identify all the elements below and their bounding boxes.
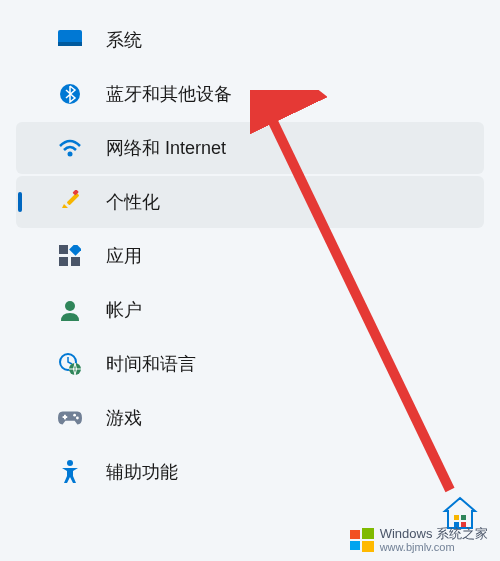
watermark: Windows 系统之家 www.bjmlv.com xyxy=(350,527,488,553)
svg-rect-25 xyxy=(362,528,374,539)
wifi-icon xyxy=(58,136,82,160)
sidebar-item-label: 游戏 xyxy=(106,406,142,430)
svg-rect-26 xyxy=(350,541,360,550)
sidebar-item-label: 个性化 xyxy=(106,190,160,214)
svg-point-3 xyxy=(68,152,73,157)
svg-rect-27 xyxy=(362,541,374,552)
accessibility-icon xyxy=(58,460,82,484)
svg-rect-1 xyxy=(58,42,82,46)
sidebar-item-label: 辅助功能 xyxy=(106,460,178,484)
settings-sidebar: 系统 蓝牙和其他设备 网络和 Internet xyxy=(0,0,500,512)
sidebar-item-personalization[interactable]: 个性化 xyxy=(16,176,484,228)
windows-logo-icon xyxy=(350,528,374,552)
svg-rect-16 xyxy=(64,415,66,420)
svg-rect-20 xyxy=(454,515,459,520)
svg-point-14 xyxy=(76,417,79,420)
sidebar-item-apps[interactable]: 应用 xyxy=(16,230,484,282)
svg-point-17 xyxy=(67,460,73,466)
svg-rect-24 xyxy=(350,530,360,539)
sidebar-item-label: 应用 xyxy=(106,244,142,268)
sidebar-item-account[interactable]: 帐户 xyxy=(16,284,484,336)
svg-rect-6 xyxy=(59,245,68,254)
sidebar-item-label: 帐户 xyxy=(106,298,142,322)
sidebar-item-bluetooth[interactable]: 蓝牙和其他设备 xyxy=(16,68,484,120)
bluetooth-icon xyxy=(58,82,82,106)
svg-rect-4 xyxy=(67,193,80,206)
sidebar-item-system[interactable]: 系统 xyxy=(16,14,484,66)
account-icon xyxy=(58,298,82,322)
sidebar-item-accessibility[interactable]: 辅助功能 xyxy=(16,446,484,498)
svg-rect-9 xyxy=(71,257,80,266)
svg-point-13 xyxy=(73,414,76,417)
sidebar-item-time[interactable]: 时间和语言 xyxy=(16,338,484,390)
svg-rect-7 xyxy=(69,245,81,256)
sidebar-item-label: 网络和 Internet xyxy=(106,136,226,160)
svg-point-10 xyxy=(65,301,75,311)
watermark-brand: Windows 系统之家 xyxy=(380,527,488,541)
svg-rect-21 xyxy=(461,515,466,520)
system-icon xyxy=(58,28,82,52)
sidebar-item-label: 蓝牙和其他设备 xyxy=(106,82,232,106)
personalization-icon xyxy=(58,190,82,214)
sidebar-item-label: 时间和语言 xyxy=(106,352,196,376)
sidebar-item-gaming[interactable]: 游戏 xyxy=(16,392,484,444)
sidebar-item-network[interactable]: 网络和 Internet xyxy=(16,122,484,174)
svg-rect-8 xyxy=(59,257,68,266)
sidebar-item-label: 系统 xyxy=(106,28,142,52)
gaming-controller-icon xyxy=(58,406,82,430)
clock-globe-icon xyxy=(58,352,82,376)
apps-icon xyxy=(58,244,82,268)
watermark-url: www.bjmlv.com xyxy=(380,541,488,553)
